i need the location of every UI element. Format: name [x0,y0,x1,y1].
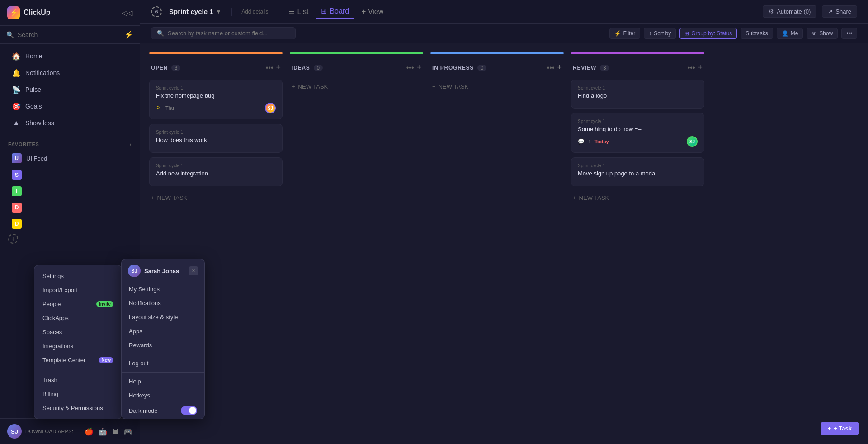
user-dropdown-name: Sarah Jonas [144,268,179,274]
section-i-icon: I [12,186,22,196]
open-col-more-icon[interactable]: ••• [266,64,274,72]
me-button[interactable]: 👤 Me [777,28,803,39]
ui-feed-label: UI Feed [26,155,47,162]
layout-menu-item[interactable]: Layout size & style [122,310,204,324]
filter-button[interactable]: ⚡ Filter [609,28,641,39]
open-col-add-icon[interactable]: + [276,63,281,72]
card-title-something-to-do: Something to do now =– [578,126,698,132]
template-center-menu-item[interactable]: Template Center New [34,353,122,367]
integrations-menu-item[interactable]: Integrations [34,339,122,353]
sidebar-search-area: 🔍 ⚡ [0,26,140,44]
import-export-menu-item[interactable]: Import/Export [34,283,122,297]
person-icon: 👤 [782,30,788,37]
logo-area[interactable]: ⚡ ClickUp [7,6,51,19]
spaces-menu-item[interactable]: Spaces [34,325,122,339]
sidebar-item-goals[interactable]: 🎯 Goals [4,98,136,114]
card-something-to-do-now[interactable]: Sprint cycle 1 Something to do now =– 💬 … [571,113,704,153]
sidebar-item-home-label: Home [25,52,42,60]
android-icon[interactable]: 🤖 [98,427,107,436]
inprogress-col-indicator [430,52,564,54]
people-menu-item[interactable]: People Invite [34,297,122,311]
help-menu-item[interactable]: Help [122,374,204,388]
sidebar-item-ui-feed[interactable]: U UI Feed [4,150,136,166]
card-add-new-integration[interactable]: Sprint cycle 1 Add new integration [149,157,283,186]
card-how-does-this-work[interactable]: Sprint cycle 1 How does this work [149,124,283,153]
flag-icon: 🏳 [156,105,162,112]
tab-board[interactable]: ⊞ Board [316,5,354,19]
open-new-task-button[interactable]: + NEW TASK [149,191,283,205]
review-col-more-icon[interactable]: ••• [688,64,695,72]
settings-menu-item[interactable]: Settings [34,269,122,283]
review-col-count: 3 [600,65,609,71]
ideas-col-add-icon[interactable]: + [416,63,421,72]
collapse-sidebar-button[interactable]: ◁◁ [122,7,132,18]
card-avatar-sj: SJ [687,136,698,147]
notifications-ud-menu-item[interactable]: Notifications [122,296,204,310]
sidebar-item-home[interactable]: 🏠 Home [4,48,136,64]
sidebar-item-pulse[interactable]: 📡 Pulse [4,81,136,98]
add-section-button[interactable]: + [8,234,18,244]
sidebar-item-notifications[interactable]: 🔔 Notifications [4,65,136,81]
ideas-new-task-button[interactable]: + NEW TASK [290,80,423,94]
security-menu-item[interactable]: Security & Permissions [34,401,122,415]
settings-dropdown: Settings Import/Export People Invite Cli… [34,265,122,419]
sprint-title-chevron[interactable]: ▼ [216,9,222,15]
favorites-expand-icon[interactable]: › [130,142,132,147]
filter-icon: ⚡ [614,30,621,37]
tab-add-view[interactable]: + View [356,5,389,18]
add-details-link[interactable]: Add details [241,9,268,15]
clickup-logo-icon: ⚡ [7,6,20,19]
gamepad-icon[interactable]: 🎮 [123,427,132,436]
card-sprint-label: Sprint cycle 1 [156,85,276,90]
hotkeys-menu-item[interactable]: Hotkeys [122,388,204,402]
inprogress-new-task-button[interactable]: + NEW TASK [430,80,564,94]
inprogress-col-more-icon[interactable]: ••• [547,64,555,72]
search-input[interactable] [18,31,121,38]
automate-button[interactable]: ⚙ Automate (0) [763,5,816,18]
subtasks-button[interactable]: Subtasks [741,28,773,39]
filter-search-input[interactable] [168,30,290,37]
open-col-header: OPEN 3 ••• + [149,60,283,75]
apps-menu-item[interactable]: Apps [122,324,204,338]
sidebar-item-show-less-label: Show less [25,119,54,127]
card-move-sign-up[interactable]: Sprint cycle 1 Move sign up page to a mo… [571,157,704,186]
sidebar-item-show-less[interactable]: ▲ Show less [4,115,136,131]
pulse-icon: 📡 [12,85,21,94]
user-dropdown-close-button[interactable]: × [189,266,198,275]
my-settings-menu-item[interactable]: My Settings [122,282,204,296]
sidebar-section-i[interactable]: I [4,184,136,199]
sidebar-section-s[interactable]: S [4,167,136,183]
add-task-floating-button[interactable]: + + Task [821,422,859,435]
card-comment-count: 1 [588,139,591,144]
apple-icon[interactable]: 🍎 [85,427,94,436]
more-options-button[interactable]: ••• [841,28,857,39]
sidebar-section-d2[interactable]: D [4,216,136,231]
dark-mode-menu-item[interactable]: Dark mode [122,402,204,419]
card-find-a-logo[interactable]: Sprint cycle 1 Find a logo [571,80,704,109]
dark-mode-toggle[interactable] [181,406,197,415]
card-today-label: Today [594,139,609,144]
user-avatar-sidebar[interactable]: SJ [7,424,22,439]
group-by-button[interactable]: ⊞ Group by: Status [679,28,737,39]
show-button[interactable]: 👁 Show [807,28,838,39]
card-fix-homepage-bug[interactable]: Sprint cycle 1 Fix the homepage bug 🏳 Th… [149,80,283,119]
review-new-task-button[interactable]: + NEW TASK [571,191,704,205]
sidebar-section-d1[interactable]: D [4,200,136,215]
section-d1-icon: D [12,203,22,213]
tab-list[interactable]: ☰ List [283,5,314,18]
clickapps-menu-item[interactable]: ClickApps [34,311,122,325]
inprogress-col-title: IN PROGRESS [432,65,474,71]
inprogress-col-add-icon[interactable]: + [557,63,562,72]
share-button[interactable]: ↗ Share [822,5,857,18]
billing-menu-item[interactable]: Billing [34,387,122,401]
topbar: ⊙ Sprint cycle 1 ▼ | Add details ☰ List … [140,0,868,24]
trash-menu-item[interactable]: Trash [34,373,122,387]
ideas-col-more-icon[interactable]: ••• [406,64,414,72]
logout-menu-item[interactable]: Log out [122,356,204,370]
desktop-icon[interactable]: 🖥 [112,427,119,435]
sort-by-button[interactable]: ↕ Sort by [644,28,676,39]
rewards-menu-item[interactable]: Rewards [122,338,204,352]
ideas-col-header: IDEAS 0 ••• + [290,60,423,75]
card-meta: 🏳 Thu SJ [156,103,276,113]
review-col-add-icon[interactable]: + [698,63,703,72]
